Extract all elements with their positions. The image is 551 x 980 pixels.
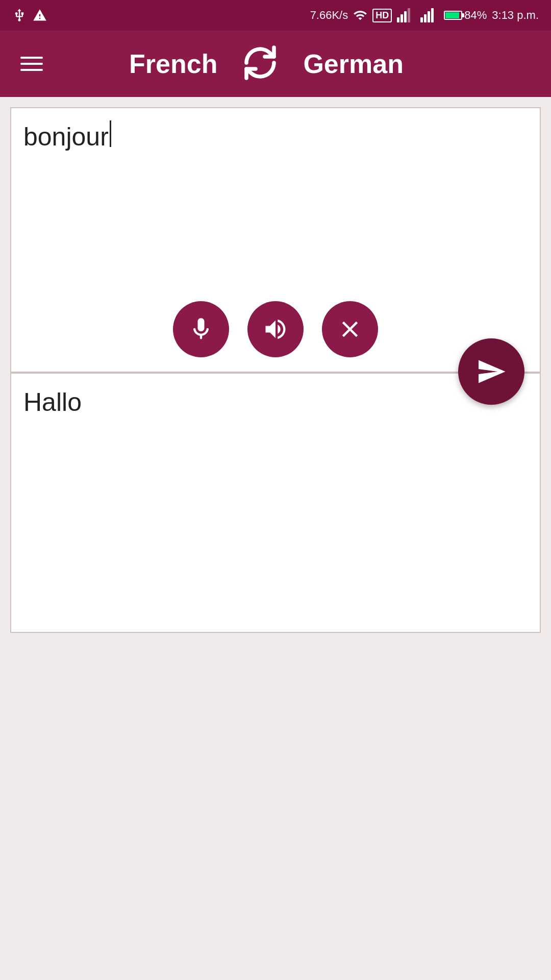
signal-icon	[397, 8, 415, 22]
wifi-icon	[353, 8, 367, 22]
source-text-display: bonjour	[23, 120, 528, 154]
swap-languages-button[interactable]	[242, 44, 279, 83]
signal-icon-2	[420, 8, 439, 22]
svg-rect-4	[420, 17, 423, 22]
main-content: bonjour	[0, 107, 551, 633]
language-selector: French German	[129, 44, 404, 83]
translated-text: Hallo	[23, 386, 528, 419]
svg-rect-5	[424, 14, 427, 22]
status-bar: 7.66K/s HD 84% 3:13 p.m.	[0, 0, 551, 31]
svg-rect-6	[428, 11, 430, 22]
source-language-label[interactable]: French	[129, 48, 217, 79]
svg-rect-1	[400, 14, 403, 22]
toolbar: French German	[0, 31, 551, 97]
status-bar-left	[12, 8, 47, 22]
battery-percent: 84%	[464, 9, 487, 22]
svg-rect-0	[397, 17, 399, 22]
hd-badge: HD	[372, 9, 392, 22]
battery-indicator: 84%	[444, 9, 487, 22]
source-text[interactable]: bonjour	[23, 120, 109, 154]
time-display: 3:13 p.m.	[492, 9, 539, 22]
text-cursor	[110, 120, 111, 147]
svg-rect-3	[408, 8, 410, 22]
translate-button[interactable]	[458, 338, 524, 405]
speaker-button[interactable]	[247, 301, 304, 357]
input-section: bonjour	[10, 107, 541, 373]
microphone-button[interactable]	[173, 301, 229, 357]
output-section: Hallo	[10, 373, 541, 633]
network-speed: 7.66K/s	[310, 9, 348, 22]
svg-rect-7	[431, 8, 434, 22]
status-bar-right: 7.66K/s HD 84% 3:13 p.m.	[310, 8, 539, 22]
input-action-buttons	[173, 301, 378, 357]
warning-icon	[33, 8, 47, 22]
svg-rect-2	[404, 11, 407, 22]
menu-button[interactable]	[20, 57, 43, 71]
clear-button[interactable]	[322, 301, 378, 357]
usb-icon	[12, 8, 27, 22]
target-language-label[interactable]: German	[303, 48, 404, 79]
